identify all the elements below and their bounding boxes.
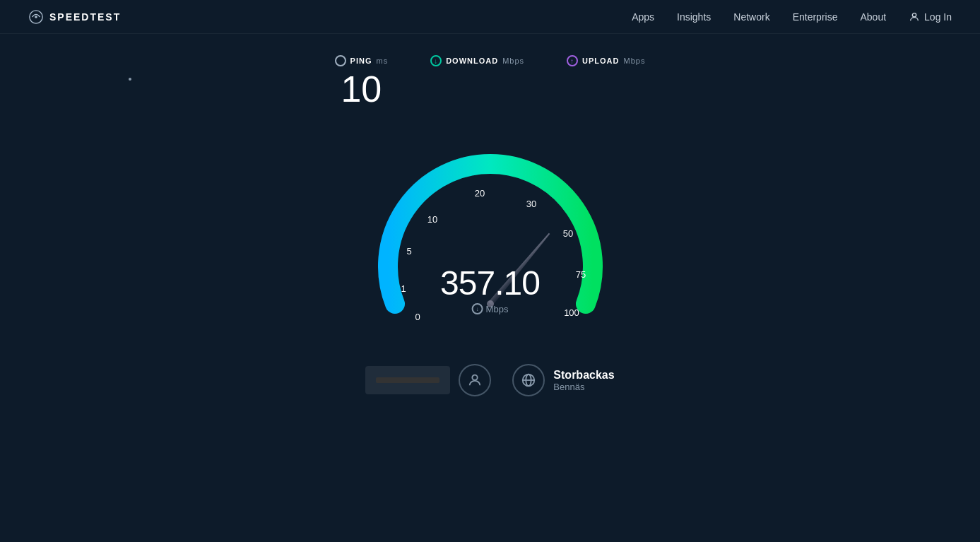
svg-text:5: 5	[406, 246, 411, 257]
upload-icon: ↑	[567, 55, 578, 66]
upload-label-bold: UPLOAD	[582, 57, 619, 65]
download-label-bold: DOWNLOAD	[446, 57, 498, 65]
location-info-row: Storbackas Bennäs	[512, 364, 614, 396]
ping-icon	[335, 55, 346, 66]
ping-label: PING ms	[335, 55, 389, 66]
svg-text:30: 30	[526, 199, 536, 209]
globe-icon	[521, 372, 536, 388]
upload-stat: ↑ UPLOAD Mbps	[567, 55, 645, 69]
svg-point-2	[912, 13, 916, 16]
svg-text:1: 1	[401, 283, 406, 294]
download-label: ↓ DOWNLOAD Mbps	[430, 55, 524, 66]
speed-unit-icon: ↓	[472, 303, 483, 314]
nav-enterprise[interactable]: Enterprise	[793, 11, 838, 23]
bottom-info: Storbackas Bennäs	[365, 364, 614, 396]
location-name: Storbackas	[553, 369, 614, 382]
download-icon: ↓	[430, 55, 442, 66]
upload-unit: Mbps	[624, 57, 646, 65]
speed-unit-row: ↓ Mbps	[440, 303, 540, 314]
speedtest-logo-icon	[28, 9, 44, 25]
globe-button[interactable]	[512, 364, 545, 396]
ping-unit: ms	[376, 57, 388, 65]
logo-text: SPEEDTEST	[49, 11, 121, 23]
svg-text:100: 100	[564, 307, 579, 318]
speed-unit-text: Mbps	[486, 304, 509, 314]
user-icon	[909, 11, 920, 23]
svg-point-1	[35, 16, 37, 18]
nav-network[interactable]: Network	[733, 11, 769, 23]
nav-links: Apps Insights Network Enterprise About L…	[632, 11, 952, 23]
speedometer: 0 1 5 10 20 30 50 75 100	[356, 124, 625, 350]
navbar: SPEEDTEST Apps Insights Network Enterpri…	[0, 0, 980, 34]
svg-text:20: 20	[474, 188, 484, 199]
isp-logo-bar	[376, 377, 439, 383]
svg-point-14	[473, 375, 478, 380]
login-label: Log In	[924, 11, 952, 23]
nav-apps[interactable]: Apps	[632, 11, 654, 23]
ping-stat: PING ms 10	[335, 55, 389, 110]
svg-text:50: 50	[562, 228, 572, 239]
avatar-icon	[467, 372, 483, 388]
user-avatar[interactable]	[459, 364, 491, 396]
location-sub: Bennäs	[553, 382, 614, 392]
speed-display: 357.10 ↓ Mbps	[440, 266, 540, 314]
nav-insights[interactable]: Insights	[677, 11, 711, 23]
isp-info	[365, 364, 491, 396]
svg-text:75: 75	[575, 269, 585, 280]
logo: SPEEDTEST	[28, 9, 121, 25]
ping-label-bold: PING	[350, 57, 372, 65]
ping-value: 10	[341, 69, 382, 110]
nav-about[interactable]: About	[860, 11, 886, 23]
main-content: PING ms 10 ↓ DOWNLOAD Mbps ↑ UPLOAD Mbps	[0, 34, 980, 396]
svg-text:10: 10	[427, 214, 437, 225]
isp-logo	[365, 366, 450, 394]
svg-text:0: 0	[415, 312, 420, 322]
small-dot	[129, 78, 131, 81]
download-unit: Mbps	[502, 57, 524, 65]
location-info: Storbackas Bennäs	[553, 369, 614, 392]
upload-label: ↑ UPLOAD Mbps	[567, 55, 645, 66]
login-button[interactable]: Log In	[909, 11, 952, 23]
stats-row: PING ms 10 ↓ DOWNLOAD Mbps ↑ UPLOAD Mbps	[335, 55, 646, 110]
speed-number: 357.10	[440, 266, 540, 300]
download-stat: ↓ DOWNLOAD Mbps	[430, 55, 524, 69]
